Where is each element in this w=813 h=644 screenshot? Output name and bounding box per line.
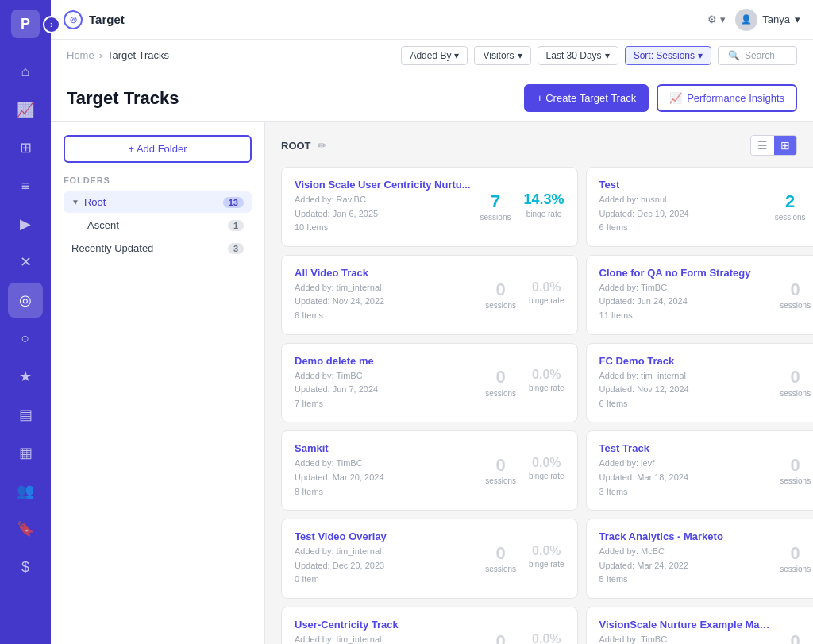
folder-name-root: Root bbox=[84, 196, 223, 208]
sidebar-item-home[interactable]: ⌂ bbox=[8, 54, 43, 89]
track-meta: Added by: levf Updated: Mar 18, 2024 3 I… bbox=[599, 457, 771, 499]
track-card[interactable]: FC Demo Track Added by: tim_internal Upd… bbox=[586, 343, 813, 423]
gear-icon: ⚙ bbox=[707, 13, 717, 25]
track-card-info: Demo delete me Added by: TimBC Updated: … bbox=[295, 355, 476, 411]
binge-rate-stat: 0.0% binge rate bbox=[529, 544, 564, 569]
sessions-stat: 0 sessions bbox=[485, 368, 516, 397]
sidebar-item-bar[interactable]: ▤ bbox=[8, 397, 43, 432]
tracks-header: ROOT ✏ ☰ ⊞ bbox=[281, 135, 797, 156]
sessions-stat: 0 sessions bbox=[485, 632, 516, 644]
tracks-grid: Vision Scale User Centricity Nurtu... Ad… bbox=[281, 167, 797, 644]
sidebar-item-dollar[interactable]: $ bbox=[8, 550, 43, 584]
sidebar-item-circle[interactable]: ○ bbox=[8, 321, 43, 356]
track-card[interactable]: Test Track Added by: levf Updated: Mar 1… bbox=[586, 430, 813, 511]
track-name: User-Centricity Track bbox=[295, 619, 476, 631]
folder-name-recently-updated: Recently Updated bbox=[71, 242, 228, 254]
binge-rate-stat: 0.0% binge rate bbox=[529, 632, 564, 644]
app-logo: P bbox=[11, 10, 40, 38]
sidebar-item-bookmark[interactable]: 🔖 bbox=[8, 511, 43, 546]
sidebar-item-star[interactable]: ★ bbox=[8, 359, 43, 394]
breadcrumb-filters: Added By ▾ Visitors ▾ Last 30 Days ▾ Sor… bbox=[401, 46, 797, 65]
track-name: FC Demo Track bbox=[599, 355, 771, 367]
track-name: Vision Scale User Centricity Nurtu... bbox=[295, 179, 471, 191]
folder-item-recently-updated[interactable]: Recently Updated 3 bbox=[64, 237, 252, 259]
track-card-info: Vision Scale User Centricity Nurtu... Ad… bbox=[295, 179, 471, 235]
track-card[interactable]: Test Video Overlay Added by: tim_interna… bbox=[281, 519, 578, 599]
topbar-right: ⚙ ▾ 👤 Tanya ▾ bbox=[707, 9, 800, 31]
binge-label: binge rate bbox=[529, 472, 564, 480]
track-card[interactable]: Track Analytics - Marketo Added by: McBC… bbox=[586, 519, 813, 599]
track-stats: 0 sessions 0.0% binge rate bbox=[780, 368, 813, 397]
sidebar-item-target[interactable]: ◎ bbox=[8, 283, 43, 318]
track-card-info: Track Analytics - Marketo Added by: McBC… bbox=[599, 530, 771, 587]
left-panel: + Add Folder FOLDERS ▼ Root 13 Ascent 1 … bbox=[51, 122, 265, 644]
search-button[interactable]: 🔍 Search bbox=[718, 46, 797, 65]
visitors-filter[interactable]: Visitors ▾ bbox=[474, 46, 530, 65]
sessions-stat: 0 sessions bbox=[780, 368, 811, 397]
sidebar-item-tools[interactable]: ✕ bbox=[8, 245, 43, 280]
track-stats: 0 sessions 0.0% binge rate bbox=[485, 368, 564, 397]
sidebar-toggle[interactable]: › bbox=[43, 16, 60, 33]
binge-rate-stat: 14.3% binge rate bbox=[523, 192, 564, 218]
track-card[interactable]: VisionScale Nurture Example May ... Adde… bbox=[586, 607, 813, 644]
topbar-user[interactable]: 👤 Tanya ▾ bbox=[735, 9, 800, 31]
added-by-filter[interactable]: Added By ▾ bbox=[401, 46, 468, 65]
folder-item-root[interactable]: ▼ Root 13 bbox=[64, 191, 252, 213]
create-target-track-button[interactable]: + Create Target Track bbox=[524, 84, 649, 112]
page-actions: + Create Target Track 📈 Performance Insi… bbox=[524, 84, 797, 112]
track-name: Demo delete me bbox=[295, 355, 476, 367]
sidebar-item-grid[interactable]: ⊞ bbox=[8, 130, 43, 165]
grid-view-button[interactable]: ⊞ bbox=[774, 136, 796, 155]
sessions-label: sessions bbox=[780, 476, 811, 485]
track-card[interactable]: Samkit Added by: TimBC Updated: Mar 20, … bbox=[281, 430, 578, 511]
track-meta: Added by: RaviBC Updated: Jan 6, 2025 10… bbox=[295, 193, 471, 235]
track-stats: 0 sessions 0.0% binge rate bbox=[780, 544, 813, 573]
breadcrumb-bar: Home › Target Tracks Added By ▾ Visitors… bbox=[51, 40, 813, 71]
binge-rate-stat: 0.0% binge rate bbox=[529, 280, 564, 305]
folder-count-recently-updated: 3 bbox=[228, 243, 244, 254]
sidebar-item-people[interactable]: 👥 bbox=[8, 473, 43, 508]
track-name: Track Analytics - Marketo bbox=[599, 530, 771, 542]
date-filter[interactable]: Last 30 Days ▾ bbox=[538, 46, 618, 65]
track-card[interactable]: Demo delete me Added by: TimBC Updated: … bbox=[281, 343, 578, 423]
sessions-label: sessions bbox=[485, 389, 516, 398]
track-name: Test bbox=[599, 179, 765, 191]
track-card[interactable]: All Video Track Added by: tim_internal U… bbox=[281, 255, 578, 335]
track-card[interactable]: Vision Scale User Centricity Nurtu... Ad… bbox=[281, 167, 578, 247]
binge-label: binge rate bbox=[529, 384, 564, 392]
user-chevron: ▾ bbox=[795, 13, 800, 25]
search-icon: 🔍 bbox=[728, 50, 740, 61]
sessions-label: sessions bbox=[780, 565, 811, 573]
sessions-stat: 2 sessions bbox=[775, 192, 806, 222]
track-meta: Added by: TimBC Updated: Jun 24, 2024 11… bbox=[599, 281, 771, 323]
sidebar-item-table[interactable]: ▦ bbox=[8, 435, 43, 470]
breadcrumb-home[interactable]: Home bbox=[67, 49, 94, 61]
track-meta: Added by: TimBC Updated: Mar 20, 2024 8 … bbox=[295, 457, 476, 499]
performance-insights-button[interactable]: 📈 Performance Insights bbox=[657, 84, 797, 112]
track-card[interactable]: Test Added by: husnul Updated: Dec 19, 2… bbox=[586, 167, 813, 247]
user-avatar: 👤 bbox=[735, 9, 757, 31]
edit-root-icon[interactable]: ✏ bbox=[318, 139, 327, 152]
add-folder-button[interactable]: + Add Folder bbox=[64, 135, 252, 163]
sort-sessions-btn[interactable]: Sort: Sessions ▾ bbox=[625, 46, 711, 65]
track-card-info: FC Demo Track Added by: tim_internal Upd… bbox=[599, 355, 771, 411]
folder-item-ascent[interactable]: Ascent 1 bbox=[79, 214, 252, 236]
track-name: Test Video Overlay bbox=[295, 530, 476, 542]
user-name: Tanya bbox=[762, 13, 790, 25]
sessions-stat: 0 sessions bbox=[485, 280, 516, 310]
gear-chevron: ▾ bbox=[720, 13, 726, 25]
root-folder-label: ROOT bbox=[281, 140, 311, 152]
sidebar-nav: ⌂ 📈 ⊞ ≡ ▶ ✕ ◎ ○ ★ ▤ ▦ 👥 🔖 $ bbox=[0, 54, 51, 584]
sidebar-item-film[interactable]: ▶ bbox=[8, 206, 43, 241]
topbar: ◎ Target ⚙ ▾ 👤 Tanya ▾ bbox=[51, 0, 813, 40]
track-card[interactable]: User-Centricity Track Added by: tim_inte… bbox=[281, 607, 578, 644]
topbar-gear[interactable]: ⚙ ▾ bbox=[707, 13, 726, 25]
sidebar-item-layers[interactable]: ≡ bbox=[8, 168, 43, 203]
track-card[interactable]: Clone for QA no Form Strategy Added by: … bbox=[586, 255, 813, 335]
main-content: ◎ Target ⚙ ▾ 👤 Tanya ▾ Home › Target Tra… bbox=[51, 0, 813, 644]
trend-icon: 📈 bbox=[669, 92, 682, 104]
sessions-stat: 0 sessions bbox=[485, 456, 516, 485]
list-view-button[interactable]: ☰ bbox=[751, 136, 774, 155]
sidebar-item-chart[interactable]: 📈 bbox=[8, 92, 43, 127]
track-stats: 0 sessions 0.0% binge rate bbox=[780, 632, 813, 644]
